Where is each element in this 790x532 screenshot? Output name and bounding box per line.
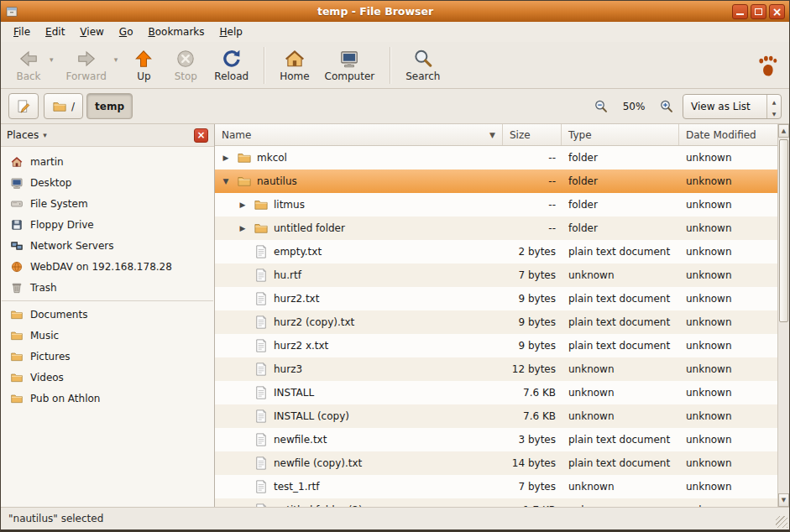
path-segment-temp[interactable]: temp <box>86 93 133 119</box>
back-button[interactable]: Back <box>8 44 50 86</box>
path-segment-root[interactable]: / <box>44 93 83 119</box>
back-dropdown-icon[interactable] <box>50 55 59 76</box>
places-close-button[interactable] <box>194 128 208 143</box>
file-date-cell: unknown <box>679 269 777 281</box>
column-header-size[interactable]: Size <box>503 124 562 145</box>
zoom-in-button[interactable] <box>656 96 678 117</box>
column-header-label: Date Modified <box>686 129 756 141</box>
file-name-cell: hurz2.txt <box>215 291 503 306</box>
file-date-cell: unknown <box>679 222 777 234</box>
menu-item-help[interactable]: Help <box>212 23 250 41</box>
file-type-cell: unknown <box>562 363 679 375</box>
trash-icon <box>10 281 24 295</box>
stop-button[interactable]: Stop <box>165 44 207 86</box>
column-header-type[interactable]: Type <box>562 124 679 145</box>
column-header-date-modified[interactable]: Date Modified <box>679 124 777 145</box>
file-row[interactable]: INSTALL7.6 KBunknownunknown <box>215 381 777 404</box>
file-date-cell: unknown <box>679 246 777 258</box>
menu-item-go[interactable]: Go <box>112 23 141 41</box>
scrollbar-track[interactable] <box>778 138 789 493</box>
sidebar-item-music[interactable]: Music <box>1 325 214 346</box>
sidebar-item-pictures[interactable]: Pictures <box>1 346 214 367</box>
file-row[interactable]: litmus--folderunknown <box>215 193 777 216</box>
sidebar-item-label: Music <box>30 330 59 342</box>
gnome-throbber-icon <box>754 53 779 78</box>
file-row[interactable]: hurz2 (copy).txt9 bytesplain text docume… <box>215 310 777 334</box>
text-icon <box>254 456 269 471</box>
text-icon <box>254 315 269 330</box>
file-type-cell: plain text document <box>562 316 679 328</box>
reload-button[interactable]: Reload <box>207 44 256 86</box>
column-header-label: Type <box>568 129 592 141</box>
user-home-icon <box>10 155 24 169</box>
file-row[interactable]: untitled folder (2)1.7 KBunknownunknown <box>215 498 777 507</box>
file-row[interactable]: nautilus--folderunknown <box>215 170 777 193</box>
scrollbar-thumb[interactable] <box>779 139 788 322</box>
sidebar-item-trash[interactable]: Trash <box>1 277 214 298</box>
file-row[interactable]: hurz312 bytesunknownunknown <box>215 357 777 381</box>
sidebar-item-floppy-drive[interactable]: Floppy Drive <box>1 214 214 235</box>
sidebar-item-pub-on-athlon[interactable]: Pub on Athlon <box>1 388 214 409</box>
file-row[interactable]: test_1.rtf7 bytesunknownunknown <box>215 475 777 498</box>
expander-icon[interactable] <box>220 177 232 185</box>
computer-button[interactable]: Computer <box>317 44 383 86</box>
search-button[interactable]: Search <box>398 44 447 86</box>
sidebar-item-label: martin <box>30 156 64 168</box>
folder-icon <box>237 174 252 189</box>
minimize-button[interactable] <box>732 4 748 19</box>
close-button[interactable] <box>769 4 785 19</box>
resize-grip[interactable] <box>776 516 787 528</box>
text-icon <box>254 244 269 259</box>
file-row[interactable]: mkcol--folderunknown <box>215 146 777 170</box>
menu-item-file[interactable]: File <box>6 23 38 41</box>
folder-icon <box>10 371 24 384</box>
scroll-down-icon[interactable] <box>778 493 789 507</box>
file-row[interactable]: newfile.txt3 bytesplain text documentunk… <box>215 428 777 451</box>
forward-dropdown-icon[interactable] <box>114 55 123 76</box>
up-button[interactable]: Up <box>123 44 165 86</box>
sidebar-item-webdav-on-192-168-178-28[interactable]: WebDAV on 192.168.178.28 <box>1 256 214 277</box>
expander-icon[interactable] <box>237 224 249 232</box>
file-type-cell: folder <box>562 152 679 164</box>
title-bar[interactable]: temp - File Browser <box>1 1 789 22</box>
forward-button[interactable]: Forward <box>59 44 114 86</box>
file-type-cell: unknown <box>562 387 679 399</box>
menu-item-bookmarks[interactable]: Bookmarks <box>140 23 212 41</box>
view-mode-combo[interactable]: View as List <box>683 94 782 119</box>
file-name-cell: INSTALL (copy) <box>215 409 503 424</box>
sidebar-item-martin[interactable]: martin <box>1 151 214 172</box>
folder-icon <box>10 392 24 405</box>
file-row[interactable]: hu.rtf7 bytesunknownunknown <box>215 263 777 287</box>
sidebar-item-network-servers[interactable]: Network Servers <box>1 235 214 256</box>
menu-item-edit[interactable]: Edit <box>38 23 72 41</box>
file-size-cell: -- <box>503 199 562 211</box>
places-dropdown-icon[interactable] <box>43 131 47 139</box>
file-type-cell: folder <box>562 199 679 211</box>
menu-item-view[interactable]: View <box>72 23 111 41</box>
sidebar-item-desktop[interactable]: Desktop <box>1 172 214 193</box>
vertical-scrollbar[interactable] <box>777 124 789 507</box>
edit-location-button[interactable] <box>8 93 39 119</box>
combo-spinner-icon[interactable] <box>766 95 781 118</box>
expander-icon[interactable] <box>220 154 232 162</box>
file-row[interactable]: newfile (copy).txt14 bytesplain text doc… <box>215 451 777 475</box>
column-header-name[interactable]: Name <box>215 124 503 145</box>
file-row[interactable]: hurz2.txt9 bytesplain text documentunkno… <box>215 287 777 310</box>
zoom-out-button[interactable] <box>590 96 612 117</box>
places-header[interactable]: Places <box>1 124 214 147</box>
file-row[interactable]: empty.txt2 bytesplain text documentunkno… <box>215 240 777 263</box>
file-list-area: NameSizeTypeDate Modified mkcol--folderu… <box>215 124 777 507</box>
file-row[interactable]: untitled folder--folderunknown <box>215 216 777 240</box>
expander-icon[interactable] <box>237 201 249 209</box>
sidebar-item-documents[interactable]: Documents <box>1 304 214 325</box>
file-row[interactable]: INSTALL (copy)7.6 KBunknownunknown <box>215 404 777 428</box>
sidebar-item-label: File System <box>30 198 88 210</box>
file-name-cell: hurz3 <box>215 362 503 377</box>
text-icon <box>254 479 269 494</box>
scroll-up-icon[interactable] <box>778 124 789 138</box>
maximize-button[interactable] <box>751 4 766 19</box>
sidebar-item-videos[interactable]: Videos <box>1 367 214 388</box>
home-button[interactable]: Home <box>272 44 317 86</box>
sidebar-item-file-system[interactable]: File System <box>1 193 214 214</box>
file-row[interactable]: hurz2 x.txt9 bytesplain text documentunk… <box>215 334 777 357</box>
